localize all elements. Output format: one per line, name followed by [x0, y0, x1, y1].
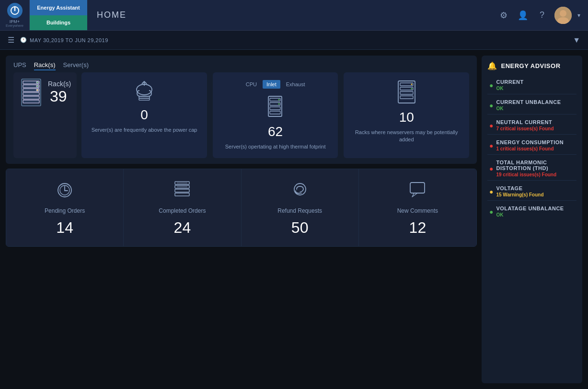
advisor-item-current-unbalance: ● CURRENT UNBALANCE OK — [487, 96, 576, 114]
svg-rect-22 — [270, 107, 280, 110]
filter-icon[interactable]: ▼ — [573, 36, 580, 45]
order-card-pending: Pending Orders 14 — [6, 169, 124, 246]
order-card-comments: New Comments 12 — [359, 169, 476, 246]
clock-icon: 🕐 — [20, 37, 27, 43]
pending-count: 14 — [56, 219, 73, 237]
voltage-unbalance-name: VOLATAGE UNBALANCE — [496, 206, 564, 211]
rack-info: Rack(s) 39 — [48, 80, 71, 105]
svg-rect-26 — [398, 81, 415, 103]
avatar[interactable] — [554, 7, 572, 24]
chevron-down-icon[interactable]: ▾ — [577, 12, 580, 19]
rack-label: Rack(s) — [48, 80, 71, 88]
svg-rect-10 — [23, 96, 39, 99]
date-range: 🕐 MAY 30,2019 TO JUN 29,2019 — [20, 37, 108, 43]
power-cap-number: 0 — [140, 107, 148, 123]
tab-ups[interactable]: UPS — [13, 61, 26, 70]
energy-status: 1 critical issues(s) Found — [496, 146, 564, 151]
logo-circle — [7, 3, 23, 18]
completed-orders-icon — [170, 179, 194, 203]
orders-row: Pending Orders 14 Completed Orders 2 — [6, 169, 477, 247]
completed-label: Completed Orders — [159, 207, 206, 214]
advisor-item-neutral: ● NEUTRAL CURRENT 7 critical issues(s) F… — [487, 116, 576, 135]
logo-sub: Everywhere — [6, 24, 23, 27]
current-unbalance-dot: ● — [489, 102, 493, 109]
current-status-dot: ● — [489, 81, 493, 89]
current-name: CURRENT — [496, 79, 523, 85]
advisor-item-current: ● CURRENT OK — [487, 76, 576, 94]
server-icon — [265, 94, 286, 120]
neutral-status: 7 critical issues(s) Found — [496, 126, 553, 131]
energy-dot: ● — [489, 142, 493, 149]
navbar-right: ⚙ 👤 ? ▾ — [489, 0, 588, 30]
svg-point-15 — [137, 84, 152, 95]
logo[interactable]: IPM+ Everywhere — [0, 0, 30, 30]
order-card-completed: Completed Orders 24 — [124, 169, 241, 246]
tab-buildings[interactable]: Buildings — [30, 15, 87, 31]
current-unbalance-status: OK — [496, 106, 561, 111]
refund-count: 50 — [291, 219, 309, 237]
voltage-unbalance-dot: ● — [489, 208, 493, 216]
tab-inlet[interactable]: Inlet — [263, 80, 280, 89]
comments-count: 12 — [409, 219, 427, 237]
rack-icon — [19, 78, 43, 107]
info-card-available: 10 Racks where newservers may be potenti… — [344, 72, 469, 158]
refund-label: Refund Requests — [277, 207, 322, 214]
order-card-refund: Refund Requests 50 — [242, 169, 359, 246]
rack-available-icon — [396, 80, 417, 106]
comments-label: New Comments — [397, 207, 438, 214]
advisor-title-text: ENERGY ADVISOR — [501, 62, 561, 69]
svg-point-3 — [560, 10, 566, 17]
svg-rect-42 — [410, 183, 425, 193]
date-range-text: MAY 30,2019 TO JUN 29,2019 — [30, 37, 108, 43]
rack-section: Rack(s) 39 — [13, 72, 77, 158]
rack-count: 39 — [48, 88, 71, 105]
top-widget: UPS Rack(s) Server(s) — [6, 56, 477, 164]
tab-servers[interactable]: Server(s) — [63, 61, 89, 70]
svg-point-31 — [411, 84, 412, 85]
top-section: Rack(s) 39 — [13, 72, 469, 158]
energy-advisor-panel: 🔔 ENERGY ADVISOR ● CURRENT OK ● CURRENT … — [482, 56, 582, 383]
current-unbalance-name: CURRENT UNBALANCE — [496, 99, 561, 105]
menu-icon[interactable]: ☰ — [8, 35, 14, 45]
advisor-item-energy: ● ENERGY CONSUMPTION 1 critical issues(s… — [487, 137, 576, 155]
thd-status: 19 critical issues(s) Found — [496, 172, 575, 177]
voltage-unbalance-status: OK — [496, 212, 564, 217]
svg-point-32 — [411, 88, 412, 90]
svg-rect-19 — [268, 96, 282, 116]
tab-cpu[interactable]: CPU — [242, 80, 261, 89]
thd-dot: ● — [489, 165, 493, 172]
svg-rect-18 — [139, 98, 150, 100]
voltage-name: VOLTAGE — [496, 185, 543, 191]
svg-rect-37 — [175, 189, 189, 192]
tab-energy-assistant[interactable]: Energy Assistant — [30, 0, 87, 15]
thd-name: TOTAL HARMONIC DISTORTION (THD) — [496, 160, 575, 171]
voltage-dot: ● — [489, 188, 493, 195]
advisor-title: 🔔 ENERGY ADVISOR — [487, 61, 576, 70]
svg-rect-30 — [400, 96, 413, 99]
svg-point-25 — [278, 103, 280, 105]
new-comments-icon — [405, 179, 429, 203]
svg-rect-9 — [23, 92, 39, 95]
navbar: IPM+ Everywhere Energy Assistant Buildin… — [0, 0, 588, 31]
power-cap-text: Server(s) are frequently above the power… — [92, 126, 197, 134]
main-content: UPS Rack(s) Server(s) — [0, 50, 588, 389]
tab-exhaust[interactable]: Exhaust — [282, 80, 309, 89]
logo-text: IPM+ — [10, 19, 20, 24]
pending-orders-icon — [53, 179, 77, 203]
available-number: 10 — [399, 110, 414, 125]
advisor-item-voltage-unbalance: ● VOLATAGE UNBALANCE OK — [487, 203, 576, 220]
svg-point-24 — [278, 99, 280, 101]
secondary-bar: ☰ 🕐 MAY 30,2019 TO JUN 29,2019 ▼ — [0, 31, 588, 50]
svg-rect-38 — [175, 193, 189, 196]
info-card-thermal: CPU Inlet Exhaust — [213, 72, 338, 158]
neutral-dot: ● — [489, 122, 493, 129]
user-icon[interactable]: 👤 — [516, 9, 530, 22]
widget-tabs: UPS Rack(s) Server(s) — [13, 61, 469, 70]
svg-point-13 — [36, 85, 38, 87]
help-icon[interactable]: ? — [535, 9, 549, 22]
advisor-item-thd: ● TOTAL HARMONIC DISTORTION (THD) 19 cri… — [487, 157, 576, 181]
settings-icon[interactable]: ⚙ — [497, 9, 510, 22]
svg-rect-23 — [270, 111, 280, 114]
tab-racks[interactable]: Rack(s) — [34, 61, 56, 70]
bell-icon: 🔔 — [487, 61, 497, 70]
